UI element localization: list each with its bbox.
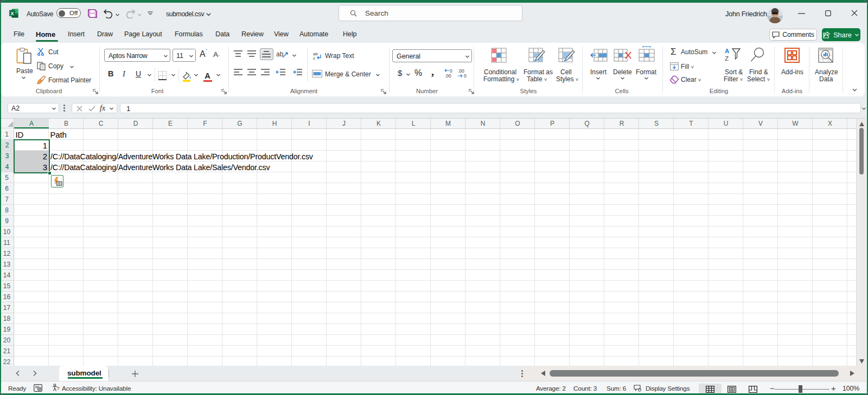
svg-text:Z: Z [725,55,729,62]
svg-text:A: A [725,48,729,54]
svg-text:ab: ab [276,50,284,58]
svg-text:c: c [313,56,315,60]
svg-text:?: ? [57,386,60,391]
svg-text:0: 0 [464,73,467,78]
svg-text:.00: .00 [445,73,451,78]
svg-text:X: X [10,11,14,16]
